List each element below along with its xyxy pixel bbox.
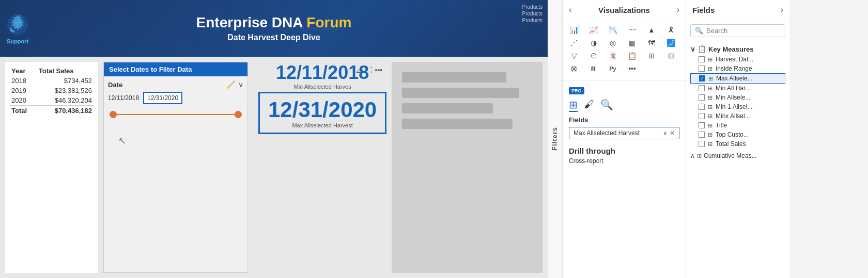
viz-icon-filled-map[interactable]: 🗾 <box>664 37 678 48</box>
eraser-icon[interactable]: 🧹 <box>226 80 235 89</box>
field-item-harvest-dat[interactable]: ⊞ Harvest Dat... <box>690 55 785 64</box>
max-date-display: 12/31/2020 Max Allselected Harvest <box>258 92 386 134</box>
drill-through-label: Drill through <box>569 146 679 155</box>
viz-icon-more[interactable]: ••• <box>625 63 640 74</box>
field-item-inside-range[interactable]: ⊞ Inside Range <box>690 64 785 73</box>
calc-icon: ⊞ <box>708 94 712 101</box>
viz-tab-format[interactable]: 🖌 <box>584 99 594 112</box>
chevron-down-icon: ∨ <box>690 45 695 53</box>
group2-name: Cumulative Meas... <box>704 152 757 159</box>
viz-icon-column[interactable]: 📉 <box>606 24 620 36</box>
max-date-caption: Max Allselected Harvest <box>268 122 377 128</box>
viz-tab-fields[interactable]: ⊞ <box>569 99 578 112</box>
field-checkbox-inside-range[interactable] <box>699 66 705 72</box>
viz-icon-stacked-bar[interactable]: 📊 <box>567 24 581 36</box>
date-section: ⊿ ⛶ ••• Select Dates to Filter Data Date… <box>103 62 386 273</box>
viz-icon-funnel[interactable]: ▽ <box>567 50 581 61</box>
date-filter-row: Date 🧹 ∨ <box>108 80 243 89</box>
cursor-area: ↖ <box>108 125 243 146</box>
expand-icon[interactable]: ⛶ <box>365 66 372 74</box>
filters-column: Filters <box>548 0 562 278</box>
viz-icon-pie[interactable]: ◑ <box>586 37 601 48</box>
date-filter-header: Select Dates to Filter Data <box>104 62 247 76</box>
field-checkbox-min1-allsel[interactable] <box>699 104 705 110</box>
date-filter-controls: Date 🧹 ∨ 12/11/2018 12/31/2020 <box>104 76 247 151</box>
slider-handle-right[interactable] <box>235 111 242 118</box>
viz-icon-py[interactable]: Py <box>606 63 620 74</box>
field-item-total-sales[interactable]: ⊞ Total Sales <box>690 139 785 149</box>
viz-panel-back-btn[interactable]: ‹ <box>569 5 571 14</box>
header: Total Profits % Profit Margin Support En… <box>0 0 548 57</box>
main-panel: Total Profits % Profit Margin Support En… <box>0 0 548 278</box>
field-checkbox-min-allsele[interactable] <box>699 94 705 101</box>
end-date-input[interactable]: 12/31/2020 <box>143 92 182 104</box>
viz-panel-title: Visualizations <box>598 6 650 14</box>
year-2018: 2018 <box>9 76 37 86</box>
field-pill-remove[interactable]: ✕ <box>670 129 675 137</box>
field-checkbox-harvest-dat[interactable] <box>699 56 705 62</box>
viz-icon-area[interactable]: ▲ <box>644 24 659 36</box>
chart-bar-4 <box>402 119 513 129</box>
field-checkbox-minx-allsel[interactable] <box>699 113 705 119</box>
viz-icon-bar[interactable]: 📈 <box>586 24 601 36</box>
filter-icon[interactable]: ⊿ <box>355 66 362 74</box>
table-row: 2020 $46,320,204 <box>9 95 94 106</box>
max-date-value: 12/31/2020 <box>268 97 377 122</box>
field-item-max-allsele[interactable]: ✓ ⊞ Max Allsele... <box>690 73 785 84</box>
calc-icon: ⊞ <box>708 75 713 82</box>
date-slider[interactable] <box>108 109 243 120</box>
logo-area: Support <box>5 12 30 44</box>
field-item-minx-allsel[interactable]: ⊞ Minx Allsel... <box>690 111 785 121</box>
viz-icon-kpi[interactable]: 📋 <box>625 50 640 61</box>
search-box[interactable]: 🔍 <box>690 24 785 37</box>
more-icon[interactable]: ••• <box>375 66 383 74</box>
field-item-min-allsele[interactable]: ⊞ Min Allsele... <box>690 93 785 102</box>
viz-icon-donut[interactable]: ◎ <box>606 37 620 48</box>
start-date-display: 12/11/2018 <box>108 94 139 102</box>
field-item-title[interactable]: ⊞ Title <box>690 121 785 130</box>
viz-icon-ribbon[interactable]: 🎗 <box>664 24 678 36</box>
field-checkbox-title[interactable] <box>699 122 705 128</box>
field-pill[interactable]: Max Allselected Harvest ∨ ✕ <box>569 127 679 139</box>
chevron-down-icon[interactable]: ∨ <box>238 80 243 89</box>
toolbar-icons: ⊿ ⛶ ••• <box>355 66 383 74</box>
fields-group-key-measures[interactable]: ∨ 📋 Key Measures <box>690 43 785 55</box>
viz-icon-card[interactable]: 🃏 <box>606 50 620 61</box>
fields-panel-expand-btn[interactable]: › <box>781 5 783 14</box>
min-date-caption: Min Allselected Harves <box>258 84 386 90</box>
total-label: Total <box>9 106 37 116</box>
calc-icon: ⊞ <box>708 56 712 63</box>
viz-icon-table[interactable]: ⊟ <box>664 50 678 61</box>
bg-stat-3: Products <box>522 18 542 23</box>
group-name: Key Measures <box>708 45 753 53</box>
sales-2018: $734,452 <box>37 76 94 86</box>
bg-text-2: % Profit Margin <box>300 25 339 31</box>
viz-tab-analytics[interactable]: 🔍 <box>600 99 613 112</box>
field-pill-actions: ∨ ✕ <box>663 129 675 137</box>
fields-group-cumulative[interactable]: ∧ ⊞ Cumulative Meas... <box>690 151 785 161</box>
field-item-min-all-har[interactable]: ⊞ Min All Har... <box>690 84 785 93</box>
table-row: 2019 $23,381,526 <box>9 86 94 95</box>
viz-icon-r[interactable]: R <box>586 63 601 74</box>
viz-icon-slicer[interactable]: ⊞ <box>644 50 659 61</box>
viz-icon-line[interactable]: 〰 <box>625 24 640 36</box>
viz-icon-matrix[interactable]: ⊠ <box>567 63 581 74</box>
viz-icon-gauge[interactable]: ⏲ <box>586 50 601 61</box>
field-item-top-custo[interactable]: ⊞ Top Custo... <box>690 130 785 139</box>
viz-panel-forward-btn[interactable]: › <box>677 5 679 14</box>
field-checkbox-total-sales[interactable] <box>699 141 705 147</box>
field-checkbox-max-allsele[interactable]: ✓ <box>699 75 705 81</box>
viz-icon-treemap[interactable]: ▦ <box>625 37 640 48</box>
field-checkbox-top-custo[interactable] <box>699 132 705 138</box>
bg-text-1: Total Profits <box>209 25 238 31</box>
slider-handle-left[interactable] <box>110 111 117 118</box>
viz-icon-map[interactable]: 🗺 <box>644 37 659 48</box>
field-item-min1-allsel[interactable]: ⊞ Min-1 Allsel... <box>690 102 785 111</box>
svg-point-1 <box>14 20 21 26</box>
field-checkbox-min-all-har[interactable] <box>699 85 705 91</box>
fields-tree: ∨ 📋 Key Measures ⊞ Harvest Dat... ⊞ Insi… <box>686 41 789 278</box>
logo-icon <box>5 12 30 37</box>
search-input[interactable] <box>706 27 781 35</box>
viz-icon-scatter[interactable]: ⋰ <box>567 37 581 48</box>
field-pill-chevron[interactable]: ∨ <box>663 129 668 137</box>
